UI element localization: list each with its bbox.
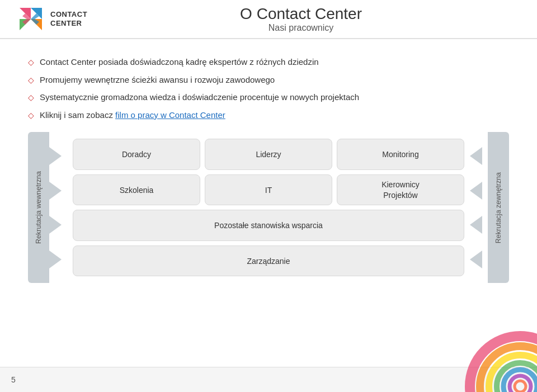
cell-pozostale: Pozostałe stanowiska wsparcia xyxy=(73,210,464,241)
bullet-text-4: Kliknij i sam zobacz film o pracy w Cont… xyxy=(40,109,225,121)
arrow-left-4 xyxy=(470,251,482,268)
decorative-svg xyxy=(447,314,537,392)
bullet-icon-2: ◇ xyxy=(28,75,34,86)
svg-point-11 xyxy=(510,376,531,392)
cell-liderzy: Liderzy xyxy=(205,139,332,170)
arrow-left-2 xyxy=(470,182,482,200)
cells-area: Doradcy Liderzy Monitoring Szkolenia IT xyxy=(67,132,470,283)
arrow-right-4 xyxy=(49,251,62,268)
main-content: ◇ Contact Center posiada doświadczoną ka… xyxy=(0,39,537,294)
bullet-icon-4: ◇ xyxy=(28,110,34,121)
bullet-list: ◇ Contact Center posiada doświadczoną ka… xyxy=(28,56,509,121)
arrows-right-col xyxy=(470,132,488,283)
bullet-text-2: Promujemy wewnętrzne ścieżki awansu i ro… xyxy=(40,74,275,86)
decorative-circles xyxy=(447,314,537,392)
film-link[interactable]: film o pracy w Contact Center xyxy=(115,110,225,120)
header-title: O Contact Center Nasi pracownicy xyxy=(87,5,515,33)
arrow-left-3 xyxy=(470,216,482,234)
logo-text: CONTACT CENTER xyxy=(50,10,87,27)
cell-doradcy: Doradcy xyxy=(73,139,200,170)
cells-row-1: Doradcy Liderzy Monitoring xyxy=(73,139,464,170)
bullet-text-3: Systematycznie gromadzona wiedza i doświ… xyxy=(40,91,359,103)
banner-left: Rekrutacja wewnętrzna xyxy=(28,132,49,283)
header: CONTACT CENTER O Contact Center Nasi pra… xyxy=(0,0,537,39)
list-item: ◇ Promujemy wewnętrzne ścieżki awansu i … xyxy=(28,74,509,86)
cell-it: IT xyxy=(205,174,332,206)
header-title-main: O Contact Center xyxy=(87,5,515,23)
cell-szkolenia: Szkolenia xyxy=(73,174,200,206)
logo-icon xyxy=(17,5,45,33)
banner-right-label: Rekrutacja zewnętrzna xyxy=(494,172,502,243)
page-number: 5 xyxy=(11,375,16,384)
bullet-icon-1: ◇ xyxy=(28,57,34,68)
arrow-left-1 xyxy=(470,147,482,165)
cells-row-3: Pozostałe stanowiska wsparcia xyxy=(73,210,464,241)
diagram-wrapper: Rekrutacja wewnętrzna Doradcy Liderzy Mo… xyxy=(28,132,509,283)
header-title-sub: Nasi pracownicy xyxy=(87,23,515,33)
banner-left-label: Rekrutacja wewnętrzna xyxy=(35,171,43,244)
cell-monitoring: Monitoring xyxy=(337,139,464,170)
banner-right: Rekrutacja zewnętrzna xyxy=(488,132,509,283)
list-item: ◇ Contact Center posiada doświadczoną ka… xyxy=(28,56,509,68)
logo-area: CONTACT CENTER xyxy=(17,5,87,33)
cell-kierownicy: Kierownicy Projektów xyxy=(337,174,464,206)
list-item: ◇ Systematycznie gromadzona wiedza i doś… xyxy=(28,91,509,103)
arrow-right-3 xyxy=(49,216,62,234)
bullet-icon-3: ◇ xyxy=(28,92,34,103)
arrow-right-1 xyxy=(49,147,62,165)
arrow-right-2 xyxy=(49,182,62,200)
cell-zarzadzanie: Zarządzanie xyxy=(73,245,464,277)
list-item: ◇ Kliknij i sam zobacz film o pracy w Co… xyxy=(28,109,509,121)
arrows-left-col xyxy=(49,132,67,283)
bullet-text-1: Contact Center posiada doświadczoną kadr… xyxy=(40,56,319,68)
cells-row-4: Zarządzanie xyxy=(73,245,464,277)
svg-point-12 xyxy=(515,381,526,392)
cells-row-2: Szkolenia IT Kierownicy Projektów xyxy=(73,174,464,206)
